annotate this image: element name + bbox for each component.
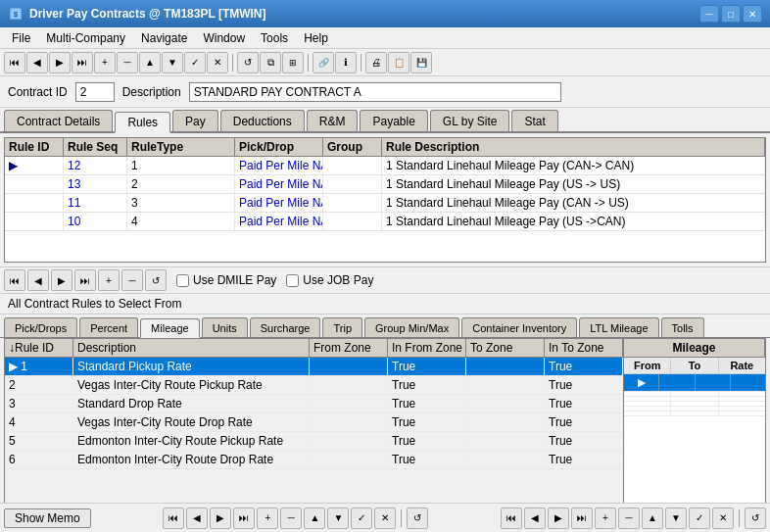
- bottom-right-add-button[interactable]: +: [595, 508, 616, 529]
- bottom-right-x-button[interactable]: ✕: [712, 508, 734, 529]
- nav-next-button[interactable]: ▶: [51, 269, 72, 291]
- tab-contract-details[interactable]: Contract Details: [4, 110, 113, 131]
- bottom-prev-button[interactable]: ◀: [186, 508, 208, 529]
- toolbar-filter-button[interactable]: ⊞: [282, 52, 304, 73]
- table-row[interactable]: ▶ 12 1 Paid Per Mile NA 1 Standard Lineh…: [5, 157, 765, 175]
- toolbar-info-button[interactable]: ℹ: [335, 52, 357, 73]
- sub-tab-percent[interactable]: Percent: [79, 317, 138, 337]
- bottom-right-prev-button[interactable]: ◀: [524, 508, 546, 529]
- toolbar-up-button[interactable]: ▲: [139, 52, 161, 73]
- toolbar-export-button[interactable]: 📋: [388, 52, 409, 73]
- sub-tab-pick-drops[interactable]: Pick/Drops: [4, 317, 77, 337]
- bottom-right-first-button[interactable]: ⏮: [501, 508, 522, 529]
- toolbar-delete-button[interactable]: ─: [117, 52, 138, 73]
- toolbar-link-button[interactable]: 🔗: [313, 52, 334, 73]
- use-job-checkbox[interactable]: [286, 274, 299, 287]
- sub-tab-units[interactable]: Units: [202, 317, 248, 337]
- right-panel-row[interactable]: ▶: [624, 374, 765, 392]
- toolbar-down-button[interactable]: ▼: [162, 52, 183, 73]
- nav-last-button[interactable]: ⏭: [74, 269, 96, 291]
- bottom-down-button[interactable]: ▼: [327, 508, 349, 529]
- tab-rm[interactable]: R&M: [307, 110, 359, 131]
- lower-cell-desc: Standard Drop Rate: [73, 395, 310, 412]
- sub-tab-tolls[interactable]: Tolls: [661, 317, 704, 337]
- bottom-x-button[interactable]: ✕: [374, 508, 396, 529]
- right-panel-row[interactable]: [624, 411, 765, 416]
- sub-tab-ltl-mileage[interactable]: LTL Mileage: [579, 317, 658, 337]
- table-row[interactable]: 13 2 Paid Per Mile NA 1 Standard Linehau…: [5, 175, 765, 194]
- menu-help[interactable]: Help: [296, 29, 336, 47]
- sub-tab-trip[interactable]: Trip: [322, 317, 362, 337]
- tab-gl-by-site[interactable]: GL by Site: [430, 110, 510, 131]
- bottom-up-button[interactable]: ▲: [304, 508, 325, 529]
- bottom-first-button[interactable]: ⏮: [163, 508, 184, 529]
- table-row[interactable]: 6 Edmonton Inter-City Route Drop Rate Tr…: [5, 451, 623, 469]
- section-title: All Contract Rules to Select From: [0, 294, 770, 314]
- bottom-check-button[interactable]: ✓: [351, 508, 372, 529]
- toolbar-print-button[interactable]: 🖨: [365, 52, 387, 73]
- nav-delete-button[interactable]: ─: [121, 269, 143, 291]
- nav-prev-button[interactable]: ◀: [27, 269, 49, 291]
- toolbar-refresh-button[interactable]: ↺: [237, 52, 259, 73]
- use-dmile-checkbox-label[interactable]: Use DMILE Pay: [176, 273, 276, 287]
- table-row[interactable]: 4 Vegas Inter-City Route Drop Rate True …: [5, 413, 623, 432]
- cell-arrow: [5, 213, 64, 230]
- minimize-button[interactable]: ─: [699, 5, 719, 23]
- tab-pay[interactable]: Pay: [172, 110, 218, 131]
- description-input[interactable]: [189, 82, 561, 102]
- sub-tab-surcharge[interactable]: Surcharge: [250, 317, 321, 337]
- maximize-button[interactable]: □: [721, 5, 741, 23]
- bottom-right-up-button[interactable]: ▲: [642, 508, 663, 529]
- tab-deductions[interactable]: Deductions: [220, 110, 305, 131]
- bottom-right-next-button[interactable]: ▶: [548, 508, 569, 529]
- tab-stat[interactable]: Stat: [511, 110, 557, 131]
- bottom-refresh-button[interactable]: ↺: [407, 508, 428, 529]
- menu-multicompany[interactable]: Multi-Company: [38, 29, 133, 47]
- use-dmile-checkbox[interactable]: [176, 274, 189, 287]
- menu-navigate[interactable]: Navigate: [133, 29, 195, 47]
- use-job-checkbox-label[interactable]: Use JOB Pay: [286, 273, 373, 287]
- cell-group: 1 Standard Linehaul Mileage Pay (US -> U…: [382, 175, 765, 193]
- toolbar-last-button[interactable]: ⏭: [72, 52, 93, 73]
- show-memo-button[interactable]: Show Memo: [4, 508, 91, 528]
- toolbar-prev-button[interactable]: ◀: [26, 52, 48, 73]
- tab-rules[interactable]: Rules: [115, 112, 170, 133]
- nav-refresh-button[interactable]: ↺: [145, 269, 167, 291]
- bottom-right-delete-button[interactable]: ─: [618, 508, 640, 529]
- sub-tab-group-min-max[interactable]: Group Min/Max: [364, 317, 459, 337]
- bottom-right-check-button[interactable]: ✓: [689, 508, 710, 529]
- bottom-right-down-button[interactable]: ▼: [665, 508, 687, 529]
- sub-tab-mileage[interactable]: Mileage: [140, 318, 200, 338]
- close-button[interactable]: ✕: [743, 5, 762, 23]
- nav-add-button[interactable]: +: [98, 269, 120, 291]
- bottom-delete-button[interactable]: ─: [280, 508, 302, 529]
- bottom-next-button[interactable]: ▶: [210, 508, 231, 529]
- toolbar-x-button[interactable]: ✕: [207, 52, 228, 73]
- bottom-right-last-button[interactable]: ⏭: [571, 508, 593, 529]
- lower-cell-in-from-zone: True: [388, 451, 466, 468]
- col-group: Group: [323, 138, 382, 156]
- toolbar-add-button[interactable]: +: [94, 52, 116, 73]
- table-row[interactable]: 11 3 Paid Per Mile NA 1 Standard Linehau…: [5, 194, 765, 213]
- bottom-add-button[interactable]: +: [257, 508, 278, 529]
- table-row[interactable]: 2 Vegas Inter-City Route Pickup Rate Tru…: [5, 376, 623, 395]
- menu-window[interactable]: Window: [195, 29, 253, 47]
- cell-arrow: [5, 194, 64, 212]
- tab-payable[interactable]: Payable: [360, 110, 427, 131]
- contract-id-input[interactable]: [75, 82, 115, 102]
- bottom-last-button[interactable]: ⏭: [233, 508, 255, 529]
- sub-tab-container-inventory[interactable]: Container Inventory: [461, 317, 577, 337]
- table-row[interactable]: 10 4 Paid Per Mile NA 1 Standard Linehau…: [5, 213, 765, 231]
- toolbar-first-button[interactable]: ⏮: [4, 52, 25, 73]
- nav-first-button[interactable]: ⏮: [4, 269, 25, 291]
- table-row[interactable]: 5 Edmonton Inter-City Route Pickup Rate …: [5, 432, 623, 451]
- table-row[interactable]: 3 Standard Drop Rate True True: [5, 395, 623, 413]
- table-row[interactable]: ▶ 1 Standard Pickup Rate True True: [5, 358, 623, 376]
- toolbar-copy-button[interactable]: ⧉: [260, 52, 281, 73]
- bottom-right-refresh-button[interactable]: ↺: [745, 508, 766, 529]
- toolbar-save-button[interactable]: 💾: [410, 52, 432, 73]
- menu-file[interactable]: File: [4, 29, 38, 47]
- toolbar-check-button[interactable]: ✓: [184, 52, 206, 73]
- toolbar-next-button[interactable]: ▶: [49, 52, 71, 73]
- menu-tools[interactable]: Tools: [253, 29, 296, 47]
